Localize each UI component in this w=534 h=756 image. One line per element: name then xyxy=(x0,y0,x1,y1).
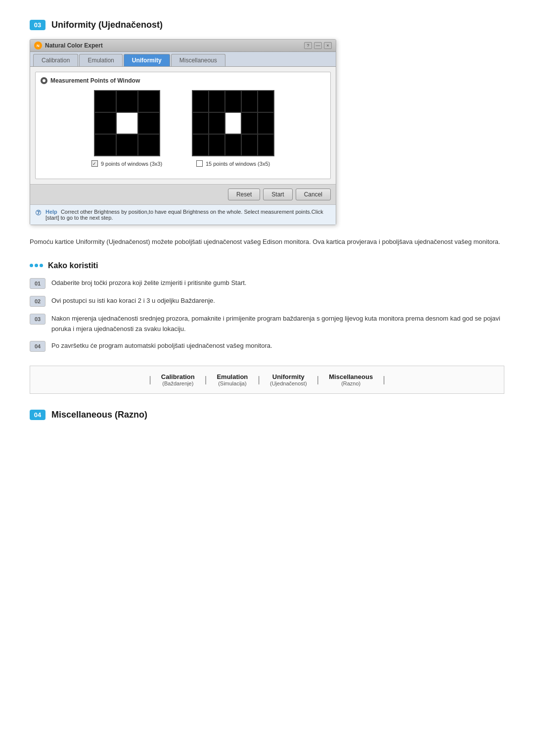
minimize-control[interactable]: — xyxy=(314,42,322,49)
help-control[interactable]: ? xyxy=(304,42,312,49)
step-item-01: 01 Odaberite broj točki prozora koji žel… xyxy=(30,278,504,289)
grid-3x3-label: 9 points of windows (3x3) xyxy=(101,161,162,167)
grid-3x3-canvas xyxy=(94,90,160,156)
how-to-title: Kako koristiti xyxy=(48,261,98,270)
dots-icon xyxy=(30,264,43,267)
nav-uniformity-sub: (Ujednačenost) xyxy=(270,380,307,386)
step-badge-03: 03 xyxy=(30,314,45,325)
step-item-02: 02 Ovi postupci su isti kao koraci 2 i 3… xyxy=(30,296,504,307)
window-footer: Reset Start Cancel xyxy=(30,184,336,204)
checkbox-3x3[interactable]: ✓ xyxy=(91,160,98,167)
measurement-section: Measurement Points of Window xyxy=(35,72,331,179)
step-item-04: 04 Po završetku će program automatski po… xyxy=(30,341,504,352)
nav-item-calibration: Calibration (Baždarenje) xyxy=(153,373,203,386)
reset-button[interactable]: Reset xyxy=(228,189,260,200)
nav-divider-left: | xyxy=(147,375,153,385)
nav-miscellaneous-sub: (Razno) xyxy=(329,380,373,386)
radio-inner xyxy=(43,79,45,82)
step-text-03: Nakon mjerenja ujednačenosti srednjeg pr… xyxy=(51,314,504,334)
section04-title: Miscellaneous (Razno) xyxy=(51,410,147,420)
help-label: Help xyxy=(45,209,57,215)
nav-divider-1: | xyxy=(203,375,209,385)
window-titlebar: N Natural Color Expert ? — × xyxy=(30,40,336,52)
grid-3x5-item: 15 points of windows (3x5) xyxy=(192,90,274,167)
app-window: N Natural Color Expert ? — × Calibration… xyxy=(30,39,336,225)
window-title-left: N Natural Color Expert xyxy=(34,42,103,49)
nav-uniformity-main: Uniformity xyxy=(270,373,307,380)
step-text-01: Odaberite broj točki prozora koji želite… xyxy=(51,278,246,288)
help-icon: ⑦ xyxy=(35,209,42,217)
start-button[interactable]: Start xyxy=(263,189,292,200)
nav-diagram: | Calibration (Baždarenje) | Emulation (… xyxy=(30,366,504,394)
grid-3x5-label-row: 15 points of windows (3x5) xyxy=(196,160,270,167)
section03-header: 03 Uniformity (Ujednačenost) xyxy=(30,20,504,30)
checkbox-3x5[interactable] xyxy=(196,160,203,167)
description-text: Pomoću kartice Uniformity (Ujednačenost)… xyxy=(30,237,504,247)
nav-item-emulation: Emulation (Simulacija) xyxy=(209,373,256,386)
grids-row: ✓ 9 points of windows (3x3) xyxy=(41,90,325,167)
nav-miscellaneous-main: Miscellaneous xyxy=(329,373,373,380)
measurement-title-row: Measurement Points of Window xyxy=(41,77,325,84)
tabs-bar: Calibration Emulation Uniformity Miscell… xyxy=(30,52,336,67)
nav-emulation-sub: (Simulacija) xyxy=(217,380,248,386)
help-text: Correct other Brightness by position,to … xyxy=(45,209,323,221)
window-body: Measurement Points of Window xyxy=(30,67,336,184)
nav-calibration-main: Calibration xyxy=(161,373,195,380)
nav-divider-3: | xyxy=(315,375,321,385)
window-controls: ? — × xyxy=(304,42,332,49)
step-item-03: 03 Nakon mjerenja ujednačenosti srednjeg… xyxy=(30,314,504,334)
nav-calibration-sub: (Baždarenje) xyxy=(161,380,195,386)
step-text-02: Ovi postupci su isti kao koraci 2 i 3 u … xyxy=(51,296,215,306)
steps-list: 01 Odaberite broj točki prozora koji žel… xyxy=(30,278,504,352)
nav-item-uniformity: Uniformity (Ujednačenost) xyxy=(262,373,315,386)
tab-miscellaneous[interactable]: Miscellaneous xyxy=(171,54,225,66)
grid-3x5-canvas xyxy=(192,90,274,156)
section04-badge: 04 xyxy=(30,410,45,420)
section03-badge: 03 xyxy=(30,20,45,30)
grid-3x3-item: ✓ 9 points of windows (3x3) xyxy=(91,90,162,167)
radio-icon xyxy=(41,77,47,84)
how-to-header: Kako koristiti xyxy=(30,261,504,270)
help-content: Help Correct other Brightness by positio… xyxy=(45,209,331,221)
app-icon: N xyxy=(34,42,42,49)
close-control[interactable]: × xyxy=(324,42,332,49)
nav-item-miscellaneous: Miscellaneous (Razno) xyxy=(321,373,381,386)
section04-header: 04 Miscellaneous (Razno) xyxy=(30,410,504,420)
measurement-label: Measurement Points of Window xyxy=(50,77,140,84)
tab-emulation[interactable]: Emulation xyxy=(79,54,122,66)
grid-3x3-label-row: ✓ 9 points of windows (3x3) xyxy=(91,160,162,167)
grid-3x5-label: 15 points of windows (3x5) xyxy=(206,161,270,167)
cancel-button[interactable]: Cancel xyxy=(296,189,331,200)
nav-divider-right: | xyxy=(381,375,387,385)
tab-uniformity[interactable]: Uniformity xyxy=(124,54,170,66)
window-title-text: Natural Color Expert xyxy=(45,42,103,49)
step-badge-02: 02 xyxy=(30,296,45,307)
nav-emulation-main: Emulation xyxy=(217,373,248,380)
section03-title: Uniformity (Ujednačenost) xyxy=(51,20,163,30)
nav-divider-2: | xyxy=(256,375,262,385)
tab-calibration[interactable]: Calibration xyxy=(33,54,78,66)
help-bar: ⑦ Help Correct other Brightness by posit… xyxy=(30,204,336,225)
step-text-04: Po završetku će program automatski pobol… xyxy=(51,341,272,351)
step-badge-01: 01 xyxy=(30,278,45,289)
step-badge-04: 04 xyxy=(30,341,45,352)
